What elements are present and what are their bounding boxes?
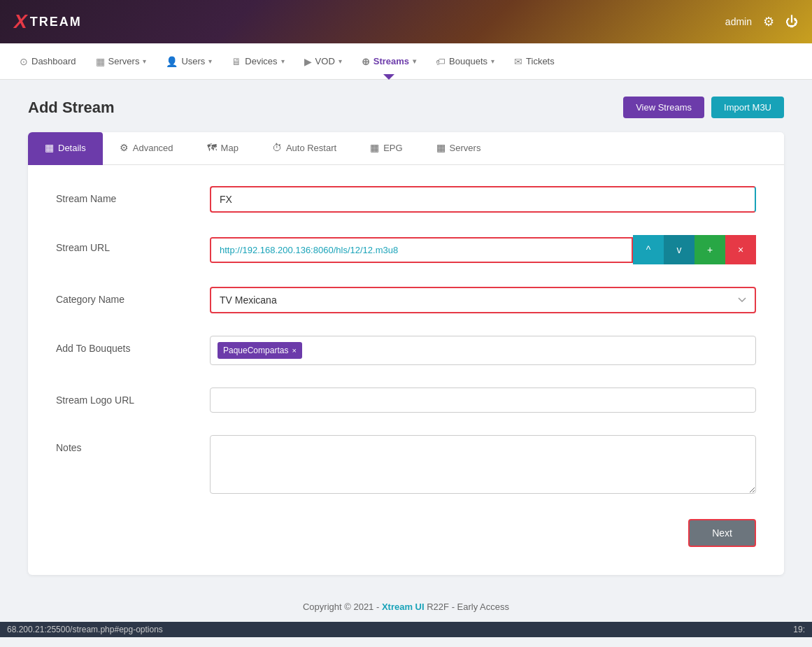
bouquets-row: Add To Bouquets PaqueCompartas ×: [56, 336, 756, 365]
notes-label: Notes: [56, 435, 210, 453]
tab-servers[interactable]: ▦ Servers: [420, 132, 498, 165]
category-row: Category Name TV Mexicana: [56, 287, 756, 313]
url-buttons: ^ v + ×: [633, 235, 756, 264]
tab-map[interactable]: 🗺 Map: [190, 132, 255, 165]
form-card: ▦ Details ⚙ Advanced 🗺 Map ⏱ Auto Restar…: [28, 132, 784, 575]
servers-icon: ▦: [96, 56, 105, 67]
bouquets-control: PaqueCompartas ×: [210, 336, 756, 365]
category-select[interactable]: TV Mexicana: [210, 287, 756, 313]
url-up-button[interactable]: ^: [633, 235, 664, 264]
tab-epg-label: EPG: [383, 143, 402, 153]
page-header: Add Stream View Streams Import M3U: [28, 97, 784, 118]
bouquet-tag-label: PaqueCompartas: [223, 346, 288, 355]
devices-arrow-icon: ▾: [281, 57, 285, 65]
tab-auto-restart-label: Auto Restart: [286, 143, 336, 153]
form-body: Stream Name Stream URL ^ v: [28, 165, 784, 575]
bouquet-tag-remove[interactable]: ×: [292, 346, 296, 355]
nav-label-dashboard: Dashboard: [31, 56, 76, 66]
vod-icon: ▶: [304, 56, 312, 67]
main-content: Add Stream View Streams Import M3U ▦ Det…: [0, 80, 812, 592]
tab-advanced[interactable]: ⚙ Advanced: [103, 132, 190, 165]
logo-url-label: Stream Logo URL: [56, 388, 210, 406]
next-button[interactable]: Next: [688, 519, 756, 547]
header-buttons: View Streams Import M3U: [623, 97, 784, 118]
streams-icon: ⊕: [362, 56, 370, 67]
map-tab-icon: 🗺: [207, 142, 217, 153]
settings-button[interactable]: ⚙: [763, 14, 774, 29]
stream-url-input[interactable]: [211, 239, 632, 262]
category-control: TV Mexicana: [210, 287, 756, 313]
tab-servers-label: Servers: [450, 143, 481, 153]
stream-name-row: Stream Name: [56, 186, 756, 213]
nav-label-servers: Servers: [108, 56, 140, 66]
nav-label-streams: Streams: [373, 56, 409, 66]
page-footer: Copyright © 2021 - Xtream UI R22F - Earl…: [0, 592, 812, 622]
stream-url-label: Stream URL: [56, 235, 210, 253]
nav-item-vod[interactable]: ▶ VOD ▾: [296, 50, 350, 73]
epg-tab-icon: ▦: [370, 142, 379, 153]
nav-item-devices[interactable]: 🖥 Devices ▾: [223, 50, 292, 73]
notes-control: [210, 435, 756, 497]
view-streams-button[interactable]: View Streams: [623, 97, 704, 118]
bouquets-icon: 🏷: [436, 56, 446, 67]
logo-x-icon: X: [14, 10, 27, 33]
logo-url-input[interactable]: [210, 388, 756, 413]
logo: X TREAM: [14, 10, 82, 33]
details-tab-icon: ▦: [45, 142, 54, 153]
nav-item-bouquets[interactable]: 🏷 Bouquets ▾: [427, 50, 503, 73]
users-arrow-icon: ▾: [208, 57, 212, 65]
nav-label-users: Users: [181, 56, 205, 66]
stream-name-input[interactable]: [210, 186, 756, 213]
nav-item-servers[interactable]: ▦ Servers ▾: [87, 50, 155, 73]
devices-icon: 🖥: [232, 56, 241, 67]
url-down-button[interactable]: v: [664, 235, 695, 264]
nav-item-streams[interactable]: ⊕ Streams ▾: [353, 50, 425, 73]
nav-label-tickets: Tickets: [526, 56, 555, 66]
form-footer: Next: [56, 519, 756, 547]
dashboard-icon: ⊙: [20, 56, 28, 67]
nav-label-devices: Devices: [245, 56, 277, 66]
streams-active-indicator: [383, 74, 394, 80]
bouquets-arrow-icon: ▾: [491, 57, 494, 65]
form-tabs: ▦ Details ⚙ Advanced 🗺 Map ⏱ Auto Restar…: [28, 132, 784, 165]
import-m3u-button[interactable]: Import M3U: [711, 97, 784, 118]
tab-auto-restart[interactable]: ⏱ Auto Restart: [255, 132, 353, 165]
notes-textarea[interactable]: [210, 435, 756, 494]
category-label: Category Name: [56, 287, 210, 305]
status-time: 19:: [793, 625, 805, 634]
page-title: Add Stream: [28, 99, 114, 117]
nav-item-tickets[interactable]: ✉ Tickets: [506, 50, 563, 73]
tickets-icon: ✉: [514, 56, 522, 67]
streams-arrow-icon: ▾: [413, 57, 416, 65]
url-input-wrap: [210, 237, 633, 263]
stream-name-label: Stream Name: [56, 186, 210, 204]
servers-tab-icon: ▦: [436, 142, 446, 153]
nav-label-vod: VOD: [315, 56, 335, 66]
top-right: admin ⚙ ⏻: [725, 14, 798, 29]
tab-map-label: Map: [221, 143, 238, 153]
footer-brand: Xtream UI: [382, 602, 425, 612]
servers-arrow-icon: ▾: [143, 57, 146, 65]
logo-text: TREAM: [30, 15, 82, 29]
auto-restart-tab-icon: ⏱: [272, 142, 282, 153]
nav-bar: ⊙ Dashboard ▦ Servers ▾ 👤 Users ▾ 🖥 Devi…: [0, 43, 812, 80]
status-url: 68.200.21:25500/stream.php#epg-options: [7, 625, 163, 634]
tab-details[interactable]: ▦ Details: [28, 132, 103, 165]
advanced-tab-icon: ⚙: [120, 142, 129, 153]
bouquet-wrap[interactable]: PaqueCompartas ×: [210, 336, 756, 365]
stream-url-row: Stream URL ^ v + ×: [56, 235, 756, 264]
notes-row: Notes: [56, 435, 756, 497]
nav-label-bouquets: Bouquets: [449, 56, 487, 66]
tab-epg[interactable]: ▦ EPG: [353, 132, 419, 165]
bouquet-tag: PaqueCompartas ×: [218, 342, 302, 359]
top-bar: X TREAM admin ⚙ ⏻: [0, 0, 812, 43]
status-bar: 68.200.21:25500/stream.php#epg-options 1…: [0, 622, 812, 637]
users-icon: 👤: [166, 56, 178, 67]
url-remove-button[interactable]: ×: [725, 235, 756, 264]
tab-details-label: Details: [58, 143, 86, 153]
power-button[interactable]: ⏻: [785, 15, 798, 29]
url-add-button[interactable]: +: [695, 235, 725, 264]
nav-item-users[interactable]: 👤 Users ▾: [157, 50, 220, 73]
nav-item-dashboard[interactable]: ⊙ Dashboard: [11, 50, 85, 73]
logo-url-control: [210, 388, 756, 413]
